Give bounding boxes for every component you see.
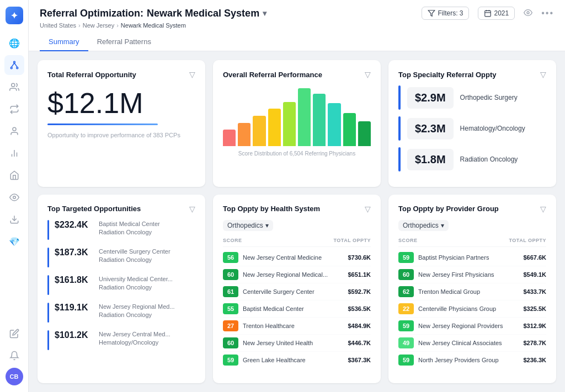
score-badge: 59 [398, 355, 414, 366]
provider-group-dropdown-label: Orthopedics [403, 222, 439, 229]
sidebar-icon-chart[interactable] [4, 143, 24, 163]
health-system-total-header: TOTAL OPPTY [333, 238, 371, 243]
total-referral-amount: $12.1M [47, 88, 195, 119]
sidebar-icon-transfer[interactable] [4, 99, 24, 119]
provider-group-dropdown-chevron-icon: ▾ [441, 222, 444, 229]
targeted-item[interactable]: $187.3K Centerville Surgery CenterRadiat… [47, 248, 195, 267]
row-name: Centerville Surgery Center [238, 288, 348, 295]
svg-point-6 [13, 127, 16, 131]
filters-label: Filters: 3 [438, 9, 463, 17]
row-name: New Jersey Clinical Associates [414, 340, 523, 346]
filters-button[interactable]: Filters: 3 [422, 7, 469, 20]
sidebar-icon-users[interactable] [4, 77, 24, 97]
top-specialty-filter-icon[interactable]: ▽ [540, 70, 546, 79]
row-name: New Jersey Regional Medical... [238, 271, 348, 278]
row-amount: $667.6K [523, 254, 546, 261]
row-name: New Jersey Regional Providers [414, 323, 523, 329]
top-targeted-card: Top Targeted Opportunities ▽ $232.4K Bap… [38, 195, 205, 384]
breadcrumb: United States › New Jersey › Newark Medi… [40, 22, 554, 31]
specialty-name: Radiation Oncology [460, 155, 518, 163]
user-avatar[interactable]: CB [6, 368, 23, 385]
title-chevron-icon[interactable]: ▾ [263, 9, 266, 18]
specialty-amount: $1.8M [407, 149, 454, 170]
table-row[interactable]: 49 New Jersey Clinical Associates $278.7… [398, 335, 546, 352]
score-badge: 60 [223, 269, 238, 280]
sidebar: ✦ 🌐 [0, 0, 29, 392]
top-health-system-title: Top Oppty by Health System [223, 205, 320, 213]
sidebar-icon-edit[interactable] [4, 324, 24, 343]
row-amount: $278.7K [523, 340, 546, 346]
breadcrumb-nj[interactable]: New Jersey [83, 22, 114, 29]
health-system-dropdown-chevron-icon: ▾ [265, 222, 269, 229]
bar-3 [268, 109, 281, 146]
breadcrumb-org: Newark Medical System [121, 22, 186, 29]
sidebar-icon-eye[interactable] [4, 187, 24, 207]
sidebar-icon-gem[interactable]: 💎 [4, 232, 24, 251]
table-row[interactable]: 60 New Jersey First Physicians $549.1K [398, 266, 546, 283]
view-icon[interactable] [524, 8, 532, 19]
provider-group-dropdown[interactable]: Orthopedics ▾ [398, 220, 449, 231]
specialty-accent-bar [398, 116, 401, 141]
bar-4 [283, 102, 296, 146]
breadcrumb-us[interactable]: United States [40, 22, 76, 29]
row-amount: $325.5K [523, 305, 546, 312]
year-button[interactable]: 2021 [478, 7, 515, 20]
table-row[interactable]: 59 Baptist Physician Partners $667.6K [398, 249, 546, 266]
top-targeted-filter-icon[interactable]: ▽ [189, 205, 195, 213]
sidebar-icon-bell[interactable] [4, 346, 24, 366]
row-name: North Jersey Providers Group [414, 357, 523, 363]
row-name: Centerville Physicians Group [414, 305, 523, 312]
tab-referral-patterns[interactable]: Referral Patterns [88, 33, 160, 51]
sidebar-icon-person[interactable] [4, 121, 24, 141]
table-row[interactable]: 61 Centerville Surgery Center $592.7K [223, 283, 371, 300]
targeted-item[interactable]: $161.8K University Medical Center...Radi… [47, 275, 195, 295]
targeted-items: $232.4K Baptist Medical CenterRadiation … [47, 220, 195, 350]
table-row[interactable]: 56 New Jersey Central Medicine $730.6K [223, 249, 371, 266]
svg-point-1 [10, 67, 12, 69]
table-row[interactable]: 60 New Jersey United Health $446.7K [223, 335, 371, 352]
specialty-accent-bar [398, 85, 401, 110]
table-row[interactable]: 60 New Jersey Regional Medical... $651.1… [223, 266, 371, 283]
score-badge: 49 [398, 337, 414, 348]
sidebar-icon-home[interactable] [4, 165, 24, 185]
table-row[interactable]: 59 New Jersey Regional Providers $312.9K [398, 318, 546, 335]
top-health-system-card: Top Oppty by Health System ▽ Orthopedics… [213, 195, 381, 384]
table-row[interactable]: 55 Baptist Medical Center $536.5K [223, 300, 371, 318]
row-name: Green Lake Healthcare [238, 357, 348, 363]
specialty-amount: $2.3M [407, 118, 454, 139]
row-amount: $367.3K [348, 357, 371, 363]
more-icon[interactable]: ••• [541, 8, 554, 18]
sidebar-icon-download[interactable] [4, 210, 24, 229]
total-referral-filter-icon[interactable]: ▽ [189, 70, 195, 79]
row-amount: $236.3K [523, 357, 546, 363]
top-provider-group-filter-icon[interactable]: ▽ [540, 205, 546, 213]
table-row[interactable]: 59 Green Lake Healthcare $367.3K [223, 352, 371, 368]
top-health-system-filter-icon[interactable]: ▽ [365, 205, 371, 213]
referral-performance-filter-icon[interactable]: ▽ [365, 70, 371, 79]
content-grid: Total Referral Opportunity ▽ $12.1M Oppo… [29, 51, 565, 392]
targeted-item[interactable]: $119.1K New Jersey Regional Med...Radiat… [47, 303, 195, 323]
health-system-dropdown[interactable]: Orthopedics ▾ [223, 220, 273, 231]
app-logo[interactable]: ✦ [6, 7, 23, 24]
row-name: Baptist Physician Partners [414, 254, 523, 261]
table-row[interactable]: 27 Trenton Healthcare $484.9K [223, 318, 371, 335]
row-amount: $730.6K [348, 254, 371, 261]
targeted-item[interactable]: $101.2K New Jersey Central Med...Hematol… [47, 330, 195, 350]
opp-desc: New Jersey Central Med...Hematology/Onco… [99, 330, 170, 347]
table-row[interactable]: 22 Centerville Physicians Group $325.5K [398, 300, 546, 318]
opp-desc: Centerville Surgery CenterRadiation Onco… [99, 248, 170, 265]
table-row[interactable]: 59 North Jersey Providers Group $236.3K [398, 352, 546, 368]
targeted-item[interactable]: $232.4K Baptist Medical CenterRadiation … [47, 220, 195, 240]
table-row[interactable]: 62 Trenton Medical Group $433.7K [398, 283, 546, 300]
row-amount: $433.7K [523, 288, 546, 295]
row-name: Trenton Medical Group [414, 288, 523, 295]
svg-point-2 [16, 67, 18, 69]
sidebar-icon-globe[interactable]: 🌐 [4, 33, 24, 53]
opp-desc: New Jersey Regional Med...Radiation Onco… [99, 303, 175, 320]
score-badge: 59 [223, 355, 238, 366]
referral-performance-card: Overall Referral Performance ▽ Score Dis… [213, 60, 381, 187]
sidebar-icon-network[interactable] [4, 55, 24, 75]
svg-point-5 [11, 83, 14, 87]
tab-summary[interactable]: Summary [40, 33, 88, 51]
opp-bar [47, 220, 49, 240]
